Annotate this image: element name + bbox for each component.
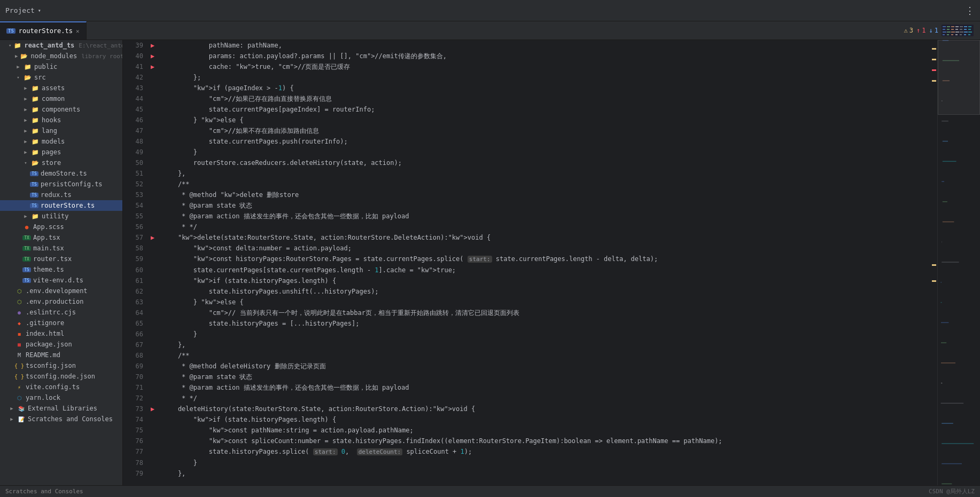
sidebar-item-app-tsx[interactable]: TX App.tsx [0, 232, 122, 243]
fold-icon[interactable]: ▶ [151, 234, 154, 241]
line-gutter [150, 72, 160, 83]
line-code: "kw">if (state.historyPages.length) { [160, 275, 930, 286]
line-number: 66 [123, 329, 150, 340]
sidebar-item-router-tsx[interactable]: TX router.tsx [0, 254, 122, 264]
line-code: } [160, 329, 930, 340]
sidebar-label: tsconfig.json [26, 362, 76, 369]
table-row: 78 } [123, 457, 930, 468]
line-code: }, [160, 340, 930, 350]
file-icon: TS [22, 276, 31, 285]
line-code: }, [160, 168, 930, 179]
sidebar-label: public [34, 63, 57, 70]
sidebar-item-pages[interactable]: ▶ 📁 pages [0, 147, 122, 157]
sidebar-item-env-prod[interactable]: ⬡ .env.production [0, 296, 122, 307]
sidebar-root-item[interactable]: ▾ 📁 react_antd_ts E:\react_antd_ts [0, 40, 122, 51]
sidebar-item-package-json[interactable]: ■ package.json [0, 339, 122, 350]
table-row: 45 state.currentPages[pageIndex] = route… [123, 104, 930, 115]
sidebar-item-theme-ts[interactable]: TS theme.ts [0, 264, 122, 275]
sidebar-item-main-tsx[interactable]: TX main.tsx [0, 243, 122, 254]
line-gutter [150, 307, 160, 318]
more-options-icon[interactable]: ⋮ [965, 5, 975, 16]
sidebar-item-src[interactable]: ▾ 📂 src [0, 72, 122, 83]
line-code: state.currentPages[pageIndex] = routerIn… [160, 104, 930, 115]
sidebar-item-readme[interactable]: M README.md [0, 350, 122, 360]
sidebar-item-gitignore[interactable]: ◆ .gitignore [0, 318, 122, 328]
fold-icon[interactable]: ▶ [151, 42, 154, 49]
line-number: 64 [123, 307, 150, 318]
sidebar-item-models[interactable]: ▶ 📁 models [0, 136, 122, 147]
line-code: "kw">const delta:number = action.payload… [160, 243, 930, 254]
sidebar-label: External Libraries [28, 405, 97, 412]
sidebar-item-index-html[interactable]: ◼ index.html [0, 328, 122, 339]
table-row: 50 routerStore.caseReducers.deleteHistor… [123, 157, 930, 168]
sidebar-item-yarn-lock[interactable]: ⬡ yarn.lock [0, 392, 122, 403]
tab-close-icon[interactable]: ✕ [76, 28, 80, 35]
table-row: 71 * @param action 描述发生的事件，还会包含其他一些数据，比如… [123, 382, 930, 393]
sidebar-item-tsconfig[interactable]: { } tsconfig.json [0, 360, 122, 371]
minimap[interactable] [937, 40, 980, 485]
fold-icon[interactable]: ▶ [151, 63, 154, 70]
line-number: 78 [123, 457, 150, 468]
line-gutter [150, 157, 160, 168]
file-icon: { } [15, 372, 24, 381]
sidebar-item-vite-config[interactable]: ⚡ vite.config.ts [0, 382, 122, 392]
code-container[interactable]: 39▶ pathName: pathName,40▶ params: actio… [123, 40, 930, 485]
line-code: params: action.payload?.params || [], "c… [160, 51, 930, 61]
file-icon: TS [30, 191, 38, 199]
table-row: 63 } "kw">else { [123, 297, 930, 307]
sidebar-item-node-modules[interactable]: ▶ 📂 node_modules library root [0, 51, 122, 61]
minimap-slider[interactable] [938, 40, 980, 115]
table-row: 48 state.currentPages.push(routerInfo); [123, 136, 930, 147]
tab-file-icon: TS [6, 28, 15, 34]
sidebar-item-common[interactable]: ▶ 📁 common [0, 93, 122, 104]
sidebar-item-components[interactable]: ▶ 📁 components [0, 104, 122, 115]
scratches-bottom-label[interactable]: Scratches and Consoles [5, 488, 83, 495]
expand-icon: ▶ [22, 213, 29, 219]
sidebar-item-persistConfig[interactable]: TS persistConfig.ts [0, 179, 122, 190]
sidebar-item-eslintrc[interactable]: ● .eslintrc.cjs [0, 307, 122, 318]
line-gutter: ▶ [150, 61, 160, 72]
sidebar-label: vite.config.ts [26, 383, 80, 391]
fold-icon[interactable]: ▶ [151, 405, 154, 413]
project-label[interactable]: Project [5, 6, 35, 14]
sidebar-item-store[interactable]: ▾ 📂 store [0, 157, 122, 168]
sidebar-label: .env.development [26, 287, 88, 295]
sidebar-item-demoStore[interactable]: TS demoStore.ts [0, 168, 122, 179]
table-row: 53 * @method "kw">delete 删除store [123, 190, 930, 200]
line-gutter [150, 275, 160, 286]
table-row: 42 }; [123, 72, 930, 83]
sidebar-label: index.html [26, 330, 64, 337]
sidebar-label: theme.ts [33, 266, 64, 273]
tab-label: routerStore.ts [19, 27, 73, 35]
sidebar-item-utility[interactable]: ▶ 📁 utility [0, 211, 122, 222]
sidebar-item-app-scss[interactable]: ● App.scss [0, 222, 122, 232]
sidebar-item-tsconfig-node[interactable]: { } tsconfig.node.json [0, 371, 122, 382]
line-gutter [150, 382, 160, 393]
line-gutter [150, 147, 160, 157]
tab-routerStore[interactable]: TS routerStore.ts ✕ [0, 21, 87, 40]
sidebar-item-routerStore[interactable]: TS routerStore.ts [0, 200, 122, 211]
table-row: 46 } "kw">else { [123, 115, 930, 125]
table-row: 39▶ pathName: pathName, [123, 40, 930, 51]
sidebar-item-assets[interactable]: ▶ 📁 assets [0, 83, 122, 93]
line-code: * @method "kw">delete 删除store [160, 190, 930, 200]
sidebar-item-vite-env[interactable]: TS vite-env.d.ts [0, 275, 122, 286]
fold-icon[interactable]: ▶ [151, 52, 154, 60]
sidebar-item-lang[interactable]: ▶ 📁 lang [0, 125, 122, 136]
table-row: 66 } [123, 329, 930, 340]
line-number: 55 [123, 211, 150, 222]
sidebar-item-external-libs[interactable]: ▶ 📚 External Libraries [0, 403, 122, 414]
hint-label: library root [81, 53, 123, 60]
expand-icon: ▶ [22, 96, 29, 102]
scroll-marker-warning4 [932, 264, 936, 266]
expand-icon: ▾ [15, 74, 21, 81]
sidebar-item-redux[interactable]: TS redux.ts [0, 190, 122, 200]
table-row: 44 "cm">//如果已存在路由直接替换原有信息 [123, 93, 930, 104]
sidebar-item-scratches[interactable]: ▶ 📝 Scratches and Consoles [0, 414, 122, 424]
line-code: state.historyPages = [...historyPages]; [160, 318, 930, 329]
sidebar-item-public[interactable]: ▶ 📁 public [0, 61, 122, 72]
line-code: * @param action 描述发生的事件，还会包含其他一些数据，比如 pa… [160, 211, 930, 222]
line-gutter [150, 457, 160, 468]
sidebar-item-env-dev[interactable]: ⬡ .env.development [0, 286, 122, 296]
sidebar-item-hooks[interactable]: ▶ 📁 hooks [0, 115, 122, 125]
